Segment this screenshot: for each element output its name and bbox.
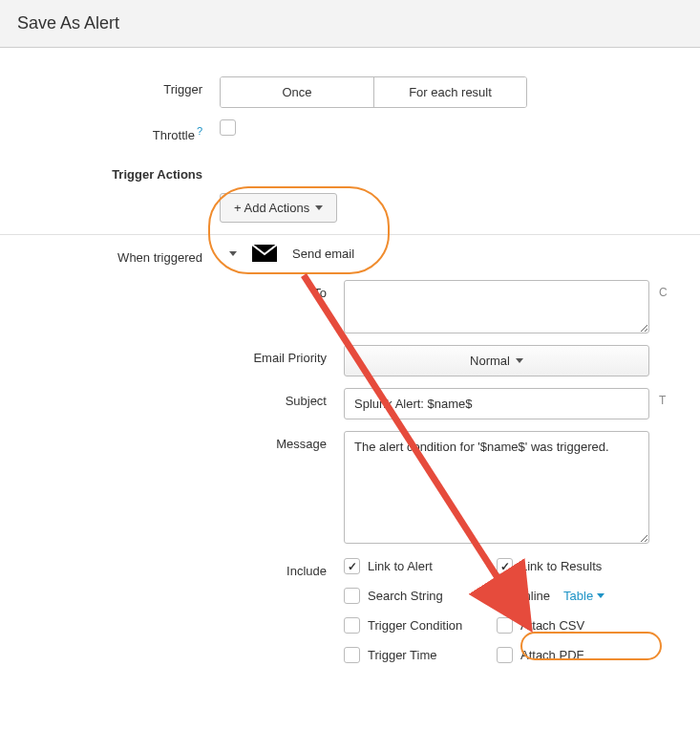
include-attach-pdf: Attach PDF: [497, 647, 668, 663]
modal-title: Save As Alert: [17, 13, 119, 32]
search-string-checkbox[interactable]: [344, 588, 360, 604]
subject-hint: T: [649, 388, 668, 419]
include-link-to-alert: Link to Alert: [344, 558, 497, 574]
send-email-title: Send email: [292, 247, 354, 261]
to-label: To: [0, 280, 344, 300]
add-actions-button[interactable]: + Add Actions: [220, 193, 337, 223]
form-body: Trigger Once For each result Throttle? T…: [0, 48, 700, 694]
trigger-each-button[interactable]: For each result: [373, 77, 526, 107]
expand-chevron-icon[interactable]: [229, 251, 237, 256]
add-actions-label: + Add Actions: [234, 201, 309, 215]
include-search-string: Search String: [344, 588, 497, 604]
subject-label: Subject: [0, 388, 344, 408]
attach-pdf-checkbox[interactable]: [497, 647, 513, 663]
include-attach-csv: Attach CSV: [497, 617, 668, 634]
include-trigger-time: Trigger Time: [344, 647, 497, 663]
send-email-action: Send email: [220, 245, 700, 262]
priority-value: Normal: [470, 354, 510, 368]
attach-csv-checkbox[interactable]: [497, 617, 513, 634]
trigger-once-button[interactable]: Once: [221, 77, 373, 107]
trigger-condition-checkbox[interactable]: [344, 617, 360, 634]
throttle-label: Throttle?: [0, 119, 220, 142]
inline-type-select[interactable]: Table: [563, 589, 605, 603]
chevron-down-icon: [516, 358, 523, 363]
include-grid: Link to Alert Link to Results Search Str…: [344, 558, 700, 663]
to-hint: C: [649, 280, 668, 333]
trigger-time-checkbox[interactable]: [344, 647, 360, 663]
trigger-label: Trigger: [0, 76, 220, 97]
throttle-help-icon[interactable]: ?: [197, 125, 202, 137]
throttle-checkbox[interactable]: [220, 119, 236, 136]
subject-input[interactable]: [344, 388, 649, 419]
include-trigger-condition: Trigger Condition: [344, 617, 497, 634]
when-triggered-label: When triggered: [0, 245, 220, 265]
chevron-down-icon: [597, 593, 605, 598]
chevron-down-icon: [315, 205, 323, 210]
inline-checkbox[interactable]: [497, 588, 513, 604]
priority-select[interactable]: Normal: [344, 345, 649, 376]
modal-header: Save As Alert: [0, 0, 700, 48]
message-input[interactable]: The alert condition for '$name$' was tri…: [344, 431, 649, 544]
trigger-segmented: Once For each result: [220, 76, 527, 108]
message-label: Message: [0, 431, 344, 451]
trigger-actions-section-label: Trigger Actions: [0, 161, 220, 182]
priority-label: Email Priority: [0, 345, 344, 367]
to-input[interactable]: [344, 280, 649, 333]
include-inline: Inline Table: [497, 588, 668, 604]
include-label: Include: [0, 558, 344, 578]
include-link-to-results: Link to Results: [497, 558, 668, 574]
link-to-results-checkbox[interactable]: [497, 558, 513, 574]
mail-icon: [252, 245, 277, 262]
link-to-alert-checkbox[interactable]: [344, 558, 360, 574]
